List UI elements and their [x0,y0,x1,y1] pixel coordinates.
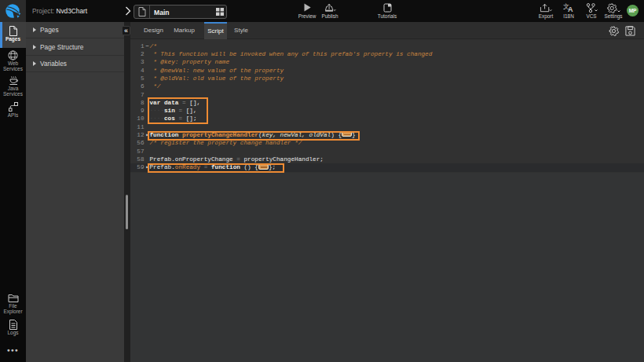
svg-text:A: A [568,5,573,13]
